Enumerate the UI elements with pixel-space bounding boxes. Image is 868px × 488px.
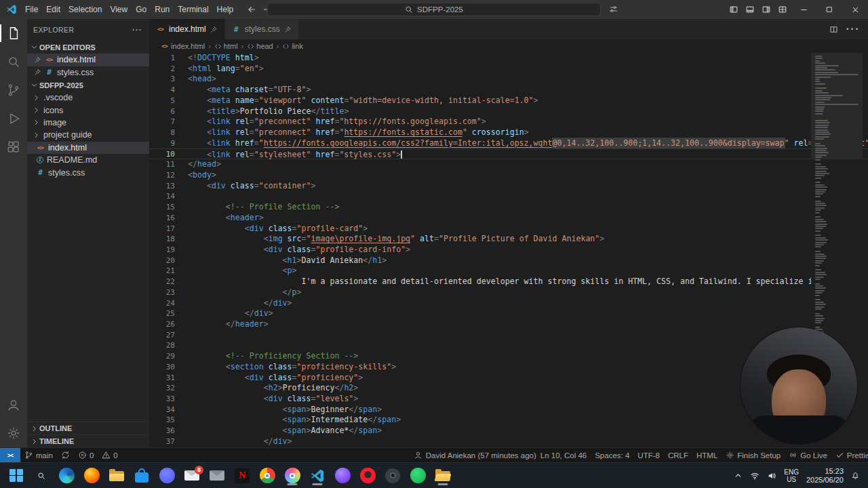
tree-item-readme-md[interactable]: iREADME.md	[27, 154, 149, 166]
language-mode[interactable]: HTML	[692, 448, 722, 463]
pin-icon[interactable]	[284, 26, 292, 33]
source-control-icon[interactable]	[0, 76, 27, 104]
code-line-2[interactable]: 2<html lang="en">	[149, 64, 868, 75]
run-debug-icon[interactable]	[0, 104, 27, 133]
settings-icon[interactable]	[0, 419, 27, 447]
code-line-23[interactable]: 23 </p>	[149, 287, 868, 298]
outline-header[interactable]: OUTLINE	[27, 422, 149, 434]
taskbar-search-icon[interactable]	[32, 466, 51, 485]
customize-layout-icon[interactable]	[774, 0, 791, 19]
menu-go[interactable]: Go	[132, 0, 151, 19]
explorer-icon[interactable]	[0, 19, 27, 47]
open-editors-header[interactable]: OPEN EDITORS	[27, 41, 149, 54]
code-line-26[interactable]: 26 </header>	[149, 319, 868, 330]
code-line-13[interactable]: 13 <div class="container">	[149, 181, 868, 192]
taskbar-open-folder-icon[interactable]	[433, 466, 452, 485]
pin-icon[interactable]	[210, 26, 218, 33]
breadcrumb-head[interactable]: head	[247, 42, 273, 50]
code-line-37[interactable]: 37 </div>	[149, 436, 868, 447]
menu-edit[interactable]: Edit	[42, 0, 64, 19]
taskbar-discord-icon[interactable]	[157, 466, 176, 485]
code-line-1[interactable]: 1<!DOCTYPE html>	[149, 53, 868, 64]
settings-sliders-icon[interactable]	[609, 5, 618, 14]
close-icon[interactable]	[842, 0, 868, 19]
breadcrumb-link[interactable]: link	[282, 42, 303, 50]
taskbar-camera-icon[interactable]	[383, 466, 402, 485]
tab-styles.css[interactable]: #styles.css	[225, 19, 299, 39]
tree-item--vscode[interactable]: .vscode	[27, 92, 149, 104]
open-editor-styles.css[interactable]: #styles.css	[27, 66, 149, 79]
taskbar-vscode-icon[interactable]	[308, 466, 327, 485]
tree-item-index-html[interactable]: <>index.html	[27, 142, 149, 154]
code-line-25[interactable]: 25 </div>	[149, 308, 868, 319]
code-line-8[interactable]: 8 <link rel="preconnect" href="https://f…	[149, 127, 868, 138]
taskbar-outlook-icon[interactable]	[208, 466, 226, 485]
code-line-15[interactable]: 15 <!-- Profile Section -->	[149, 202, 868, 213]
tab-index.html[interactable]: <>index.html	[149, 19, 225, 39]
indentation[interactable]: Spaces: 4	[591, 448, 633, 463]
taskbar-photos-icon[interactable]	[283, 466, 302, 485]
code-line-10[interactable]: 10 <link rel="stylesheet" href="styles.c…	[149, 148, 868, 159]
menu-terminal[interactable]: Terminal	[174, 0, 212, 19]
taskbar-purple-app-icon[interactable]	[333, 466, 352, 485]
extensions-icon[interactable]	[0, 133, 27, 161]
code-line-21[interactable]: 21 <p>	[149, 266, 868, 277]
menu-run[interactable]: Run	[151, 0, 174, 19]
code-line-16[interactable]: 16 <header>	[149, 213, 868, 224]
toggle-sidebar-icon[interactable]	[726, 0, 742, 19]
tree-item-styles-css[interactable]: #styles.css	[27, 166, 149, 178]
notification-bell-icon[interactable]	[851, 471, 860, 480]
taskbar-file-explorer-icon[interactable]	[107, 466, 126, 485]
finish-setup[interactable]: Finish Setup	[722, 448, 785, 463]
taskbar-edge-icon[interactable]	[57, 466, 76, 485]
prettier[interactable]: Prettier	[831, 448, 868, 463]
eol[interactable]: CRLF	[664, 448, 692, 463]
encoding[interactable]: UTF-8	[633, 448, 664, 463]
more-actions-icon[interactable]: ···	[846, 23, 860, 35]
code-line-11[interactable]: 11</head>	[149, 159, 868, 170]
taskbar-whatsapp-icon[interactable]	[408, 466, 427, 485]
git-sync[interactable]	[57, 448, 74, 463]
git-blame[interactable]: David Aniekan (57 minutes ago)	[414, 451, 536, 460]
go-live[interactable]: Go Live	[785, 448, 831, 463]
taskbar-firefox-icon[interactable]	[82, 466, 101, 485]
more-actions-icon[interactable]: ···	[132, 26, 142, 34]
code-line-19[interactable]: 19 <div class="profile-card-info">	[149, 245, 868, 256]
code-line-5[interactable]: 5 <meta name="viewport" content="width=d…	[149, 96, 868, 106]
wifi-icon[interactable]	[750, 471, 760, 481]
warning-count[interactable]: 0	[98, 448, 121, 463]
taskbar-start-icon[interactable]	[7, 466, 26, 485]
code-line-12[interactable]: 12<body>	[149, 170, 868, 181]
code-line-17[interactable]: 17 <div class="profile-card">	[149, 224, 868, 235]
minimap-slider[interactable]	[811, 53, 863, 159]
taskbar-store-icon[interactable]	[132, 466, 151, 485]
menu-file[interactable]: File	[21, 0, 42, 19]
minimize-icon[interactable]	[791, 0, 816, 19]
language-indicator[interactable]: ENG US	[784, 468, 799, 483]
maximize-icon[interactable]	[816, 0, 842, 19]
tree-item-project-guide[interactable]: project guide	[27, 129, 149, 141]
timeline-header[interactable]: TIMELINE	[27, 434, 149, 447]
code-line-14[interactable]: 14	[149, 191, 868, 202]
tree-item-image[interactable]: image	[27, 117, 149, 129]
git-branch[interactable]: main	[20, 448, 57, 463]
volume-icon[interactable]	[767, 471, 776, 481]
clock[interactable]: 15:23 2025/06/20	[806, 467, 844, 484]
code-line-20[interactable]: 20 <h1>David Aniekan</h1>	[149, 256, 868, 266]
code-line-4[interactable]: 4 <meta charset="UTF-8">	[149, 85, 868, 96]
tree-item-icons[interactable]: icons	[27, 104, 149, 116]
cursor-position[interactable]: Ln 10, Col 46	[536, 448, 591, 463]
toggle-secondary-sidebar-icon[interactable]	[758, 0, 774, 19]
taskbar-chrome-icon[interactable]	[258, 466, 277, 485]
command-center-search[interactable]: SDFPP-2025	[267, 3, 601, 16]
account-icon[interactable]	[0, 390, 27, 419]
menu-selection[interactable]: Selection	[64, 0, 106, 19]
tray-chevron-icon[interactable]	[734, 471, 743, 480]
taskbar-netflix-icon[interactable]: N	[233, 466, 252, 485]
remote-indicator[interactable]: ><	[0, 448, 20, 462]
code-line-18[interactable]: 18 <img src="image\profile-img.jpg" alt=…	[149, 234, 868, 245]
search-icon[interactable]	[0, 47, 27, 76]
split-editor-icon[interactable]	[829, 25, 838, 34]
code-line-27[interactable]: 27	[149, 330, 868, 341]
code-line-7[interactable]: 7 <link rel="preconnect" href="https://f…	[149, 117, 868, 127]
